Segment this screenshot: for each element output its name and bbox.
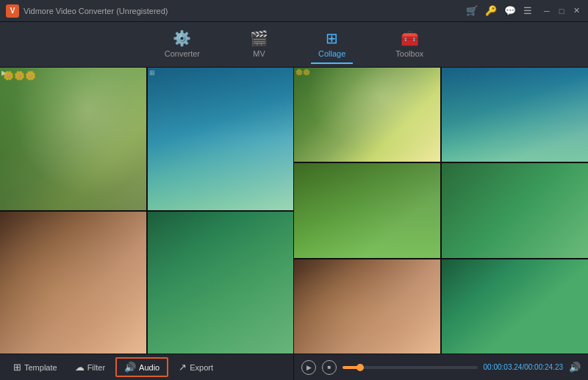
app-title: Vidmore Video Converter (Unregistered) xyxy=(24,7,466,15)
video-cell-2[interactable]: ⊞ xyxy=(148,68,294,210)
video-cell-3[interactable] xyxy=(0,212,146,354)
right-video-cell-6[interactable] xyxy=(442,259,588,354)
right-video-cell-1[interactable]: 🌼🌼 xyxy=(294,68,440,162)
export-toolbar-button[interactable]: ↗ Export xyxy=(171,359,220,376)
tab-converter-label: Converter xyxy=(165,49,200,58)
left-toolbar: ⊞ Template ☁ Filter 🔊 Audio ↗ Export xyxy=(0,354,293,380)
template-button[interactable]: ⊞ Template xyxy=(6,359,65,376)
right-video-cell-4[interactable] xyxy=(442,163,588,257)
app-logo: V xyxy=(6,4,19,18)
time-display: 00:00:03.24/00:00:24.23 xyxy=(484,363,563,371)
player-controls: ▶ ■ 00:00:03.24/00:00:24.23 🔊 xyxy=(294,354,588,380)
right-video-cell-3[interactable] xyxy=(294,163,440,257)
tab-collage-label: Collage xyxy=(318,49,345,58)
video-cell-4[interactable] xyxy=(148,212,294,354)
right-video-cell-5[interactable] xyxy=(294,259,440,354)
audio-icon: 🔊 xyxy=(124,362,136,373)
titlebar-icons: 🛒 🔑 💬 ☰ xyxy=(466,5,532,16)
key-icon[interactable]: 🔑 xyxy=(485,5,497,16)
template-label: Template xyxy=(24,363,57,372)
video-cell-1[interactable]: ▶ xyxy=(0,68,146,210)
right-panel: 🌼🌼 ▶ ■ 00:00:03.24/00:00:24.23 🔊 xyxy=(294,68,588,380)
left-video-grid: ▶ ⊞ xyxy=(0,68,293,354)
tab-toolbox[interactable]: 🧰 Toolbox xyxy=(388,25,431,64)
time-total: 00:00:24.23 xyxy=(524,363,563,371)
filter-button[interactable]: ☁ Filter xyxy=(68,359,112,376)
audio-label: Audio xyxy=(139,363,159,372)
tab-mv[interactable]: 🎬 MV xyxy=(243,25,276,64)
right-video-grid: 🌼🌼 xyxy=(294,68,588,354)
maximize-button[interactable]: □ xyxy=(556,5,567,17)
cart-icon[interactable]: 🛒 xyxy=(466,5,478,16)
tab-mv-label: MV xyxy=(253,49,265,58)
volume-icon[interactable]: 🔊 xyxy=(569,362,581,373)
stop-button[interactable]: ■ xyxy=(322,360,337,375)
collage-icon: ⊞ xyxy=(326,29,338,47)
progress-thumb xyxy=(356,364,364,371)
tab-toolbox-label: Toolbox xyxy=(395,49,423,58)
play-button[interactable]: ▶ xyxy=(301,360,316,375)
close-button[interactable]: ✕ xyxy=(570,5,582,17)
menu-icon[interactable]: ☰ xyxy=(523,5,532,16)
tab-converter[interactable]: ⚙️ Converter xyxy=(157,25,207,64)
window-controls: ─ □ ✕ xyxy=(541,5,582,17)
export-icon: ↗ xyxy=(179,362,187,373)
mv-icon: 🎬 xyxy=(250,29,268,47)
filter-label: Filter xyxy=(87,363,105,372)
nav-tabs: ⚙️ Converter 🎬 MV ⊞ Collage 🧰 Toolbox xyxy=(0,22,588,68)
export-toolbar-label: Export xyxy=(190,363,213,372)
time-current: 00:00:03.24 xyxy=(484,363,523,371)
minimize-button[interactable]: ─ xyxy=(541,5,553,17)
toolbox-icon: 🧰 xyxy=(401,29,419,47)
template-icon: ⊞ xyxy=(13,362,21,373)
audio-button[interactable]: 🔊 Audio xyxy=(115,357,168,377)
tab-collage[interactable]: ⊞ Collage xyxy=(311,25,353,64)
titlebar: V Vidmore Video Converter (Unregistered)… xyxy=(0,0,588,22)
left-panel: ▶ ⊞ ⊞ Template ☁ Filter 🔊 Audio ↗ xyxy=(0,68,294,380)
progress-bar[interactable] xyxy=(343,366,478,369)
filter-icon: ☁ xyxy=(75,362,85,373)
chat-icon[interactable]: 💬 xyxy=(504,5,516,16)
converter-icon: ⚙️ xyxy=(173,29,191,47)
main-content: ▶ ⊞ ⊞ Template ☁ Filter 🔊 Audio ↗ xyxy=(0,68,588,380)
right-video-cell-2[interactable] xyxy=(442,68,588,162)
